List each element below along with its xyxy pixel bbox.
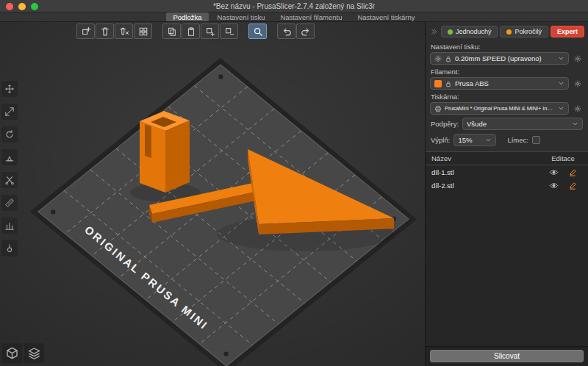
printer-icon <box>434 105 442 112</box>
column-name: Název <box>431 154 544 162</box>
print-settings-label: Nastavení tisku: <box>426 40 588 51</box>
print-settings-icon <box>434 55 442 62</box>
place-on-face-button[interactable] <box>1 149 18 165</box>
collapse-icon <box>430 28 437 35</box>
edit-printer-button[interactable] <box>572 103 584 115</box>
view-3d-button[interactable] <box>2 343 22 363</box>
measure-icon <box>4 198 15 208</box>
chevron-down-icon <box>572 121 578 127</box>
copy-button[interactable] <box>162 24 181 39</box>
chevron-down-icon <box>558 80 564 87</box>
supports-label: Podpěry: <box>431 120 459 128</box>
scale-icon <box>4 107 15 117</box>
add-instance-button[interactable] <box>201 24 219 39</box>
measure-button[interactable] <box>1 195 18 211</box>
seam-icon <box>4 243 15 254</box>
collapse-sidebar-button[interactable] <box>429 26 438 37</box>
filament-combo[interactable]: Prusa ABS <box>430 77 569 90</box>
remove-instance-icon <box>224 26 234 37</box>
paint-supports-button[interactable] <box>1 218 18 234</box>
advanced-mode-dot-icon <box>506 29 512 35</box>
slice-row: Slicovat <box>426 346 588 366</box>
delete-button[interactable] <box>96 24 114 39</box>
infill-row: Výplň: 15% Límec: <box>426 132 588 148</box>
close-button[interactable] <box>6 3 13 10</box>
lock-icon <box>445 80 452 87</box>
eye-icon <box>549 181 559 190</box>
mode-advanced-button[interactable]: Pokročilý <box>500 26 548 37</box>
cut-button[interactable] <box>1 172 18 188</box>
filament-value: Prusa ABS <box>455 79 555 87</box>
tab-print-settings[interactable]: Nastavení tisku <box>211 12 272 21</box>
model-part-1[interactable] <box>140 111 190 193</box>
edit-object-button[interactable] <box>563 182 582 190</box>
redo-button[interactable] <box>296 24 315 39</box>
filament-color-swatch <box>434 80 442 87</box>
viewport-3d[interactable]: ORIGINAL PRUSA MINI <box>0 22 425 366</box>
brim-label: Límec: <box>507 136 528 144</box>
rotate-button[interactable] <box>1 126 18 143</box>
object-name: díl-1.stl <box>431 168 544 176</box>
print-settings-combo[interactable]: 0.20mm SPEED (upraveno) <box>430 52 569 65</box>
paste-icon <box>186 26 196 37</box>
column-edit: Editace <box>544 154 582 162</box>
gear-icon <box>574 55 581 62</box>
redo-icon <box>301 26 311 37</box>
layers-preview-button[interactable] <box>24 343 44 363</box>
view-toolbar <box>2 343 44 363</box>
paste-button[interactable] <box>182 24 200 39</box>
chevron-down-icon <box>558 105 564 112</box>
remove-instance-button[interactable] <box>220 24 238 39</box>
minimize-button[interactable] <box>18 3 26 10</box>
edit-object-button[interactable] <box>563 168 582 177</box>
slice-button[interactable]: Slicovat <box>430 350 584 362</box>
zoom-button[interactable] <box>31 3 38 10</box>
infill-combo[interactable]: 15% <box>453 134 496 146</box>
brim-checkbox[interactable] <box>532 136 540 144</box>
sidebar: Jednoduchý Pokročilý Expert Nastavení ti… <box>425 22 588 366</box>
undo-icon <box>282 26 292 37</box>
arrange-button[interactable] <box>134 24 152 39</box>
mode-row: Jednoduchý Pokročilý Expert <box>426 24 588 40</box>
title-bar: *Bez názvu - PrusaSlicer-2.7.4 založený … <box>0 0 588 12</box>
chevron-down-icon <box>558 55 564 62</box>
chevron-down-icon <box>485 137 492 143</box>
top-toolbar <box>76 24 315 39</box>
search-button[interactable] <box>248 24 267 39</box>
add-object-button[interactable] <box>76 24 95 39</box>
tab-printer-settings[interactable]: Nastavení tiskárny <box>351 12 421 21</box>
delete-all-button[interactable] <box>115 24 133 39</box>
filament-label: Filament: <box>426 65 588 76</box>
trash-all-icon <box>119 26 129 37</box>
object-name: díl-2.stl <box>431 182 544 190</box>
edit-print-settings-button[interactable] <box>572 53 584 65</box>
seam-button[interactable] <box>1 240 18 256</box>
cube-3d-icon <box>5 346 19 360</box>
supports-row: Podpěry: Všude <box>426 115 588 132</box>
toggle-visibility-button[interactable] <box>544 168 563 177</box>
printer-value: PrusaMini * Original Prusa MINI & MINI+ … <box>445 105 555 112</box>
add-instance-icon <box>205 26 215 37</box>
undo-button[interactable] <box>277 24 295 39</box>
filament-row: Prusa ABS <box>426 76 588 90</box>
move-button[interactable] <box>1 81 18 97</box>
scale-button[interactable] <box>1 104 18 120</box>
layers-icon <box>27 346 41 360</box>
toggle-visibility-button[interactable] <box>544 181 563 190</box>
supports-combo[interactable]: Všude <box>462 118 583 130</box>
scene-3d[interactable]: ORIGINAL PRUSA MINI <box>0 22 425 366</box>
tab-filament-settings[interactable]: Nastavení filamentu <box>273 12 348 21</box>
printer-row: PrusaMini * Original Prusa MINI & MINI+ … <box>426 101 588 115</box>
mode-simple-button[interactable]: Jednoduchý <box>441 26 498 37</box>
lock-icon <box>445 55 452 62</box>
app-window: *Bez názvu - PrusaSlicer-2.7.4 založený … <box>0 0 588 366</box>
mode-expert-button[interactable]: Expert <box>551 26 584 37</box>
object-list-row[interactable]: díl-1.stl <box>426 165 588 179</box>
rotate-icon <box>4 129 15 140</box>
tab-plater[interactable]: Podložka <box>166 12 208 21</box>
edit-filament-button[interactable] <box>572 78 584 90</box>
printer-combo[interactable]: PrusaMini * Original Prusa MINI & MINI+ … <box>430 102 569 115</box>
object-list-row[interactable]: díl-2.stl <box>426 179 588 192</box>
main-area: ORIGINAL PRUSA MINI <box>0 22 588 366</box>
gizmo-toolbar <box>1 81 18 256</box>
